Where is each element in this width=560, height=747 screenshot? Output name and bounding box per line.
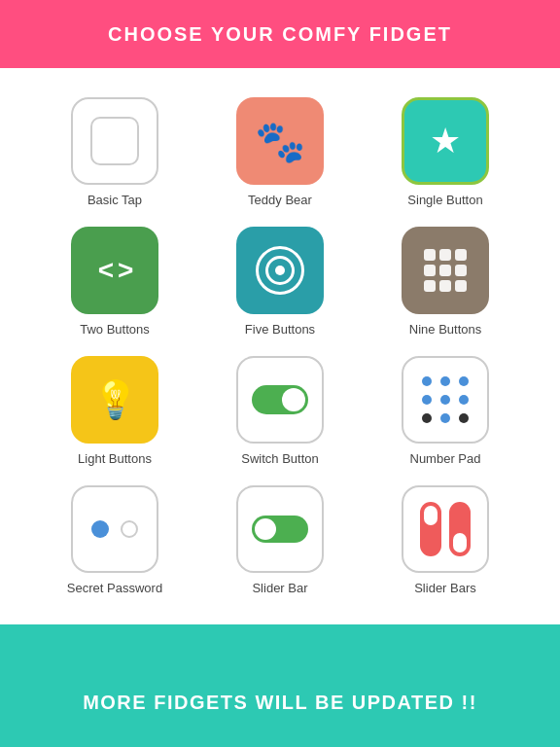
main-content: Basic Tap 🐾 Teddy Bear ★ Single Button <… <box>0 68 560 624</box>
grid-item-nine-buttons[interactable]: Nine Buttons <box>368 227 523 337</box>
icon-slider-bars <box>402 485 489 573</box>
numpad-dot <box>440 395 450 405</box>
nine-dot <box>439 249 451 261</box>
label-slider-bars: Slider Bars <box>414 581 476 595</box>
label-switch-button: Switch Button <box>241 451 319 466</box>
target-icon <box>256 246 304 295</box>
secret-dot-filled <box>91 520 109 538</box>
nine-dot <box>455 249 467 261</box>
toggle-icon <box>252 385 308 414</box>
v-slider-knob-left <box>424 506 438 525</box>
numpad-dot <box>422 376 432 386</box>
nine-grid-icon <box>424 249 467 292</box>
v-slider-knob-right <box>453 533 467 552</box>
v-slider-right <box>449 502 471 556</box>
toggle-knob-icon <box>282 388 305 411</box>
code-brackets-icon: < > <box>98 255 131 286</box>
nine-dot <box>424 280 436 292</box>
bulb-icon: 💡 <box>92 378 138 421</box>
numpad-dot <box>459 376 469 386</box>
grid-item-slider-bar[interactable]: Slider Bar <box>202 485 358 595</box>
icon-secret-password <box>71 485 158 573</box>
label-slider-bar: Slider Bar <box>252 581 307 595</box>
numpad-dot <box>422 413 432 423</box>
grid-item-basic-tap[interactable]: Basic Tap <box>37 97 192 207</box>
icon-switch-button <box>236 356 324 444</box>
icon-light-buttons: 💡 <box>71 356 158 444</box>
slider-bar-icon <box>252 516 308 543</box>
numpad-dot <box>440 376 450 386</box>
grid-item-light-buttons[interactable]: 💡 Light Buttons <box>37 356 192 466</box>
icon-basic-tap <box>71 97 158 185</box>
label-teddy-bear: Teddy Bear <box>248 193 312 207</box>
nine-dot <box>455 265 467 276</box>
fidget-grid: Basic Tap 🐾 Teddy Bear ★ Single Button <… <box>37 97 523 595</box>
secret-dots-icon <box>91 520 138 538</box>
grid-item-number-pad[interactable]: Number Pad <box>368 356 523 466</box>
label-basic-tap: Basic Tap <box>88 193 142 207</box>
grid-item-switch-button[interactable]: Switch Button <box>202 356 358 466</box>
icon-five-buttons <box>236 227 324 314</box>
numpad-dot <box>459 395 469 405</box>
target-dot <box>275 266 285 275</box>
icon-slider-bar <box>236 485 324 573</box>
icon-number-pad <box>402 356 489 444</box>
grid-item-slider-bars[interactable]: Slider Bars <box>368 485 523 595</box>
icon-two-buttons: < > <box>71 227 158 314</box>
grid-item-single-button[interactable]: ★ Single Button <box>368 97 523 207</box>
secret-dot-empty <box>121 520 138 538</box>
numpad-icon <box>421 375 470 424</box>
slider-bars-icon <box>420 502 471 556</box>
label-nine-buttons: Nine Buttons <box>409 322 481 337</box>
numpad-dot <box>440 413 450 423</box>
label-light-buttons: Light Buttons <box>78 451 152 466</box>
label-number-pad: Number Pad <box>410 451 481 466</box>
grid-item-five-buttons[interactable]: Five Buttons <box>202 227 358 337</box>
grid-item-secret-password[interactable]: Secret Password <box>37 485 192 595</box>
label-single-button: Single Button <box>407 193 482 207</box>
footer: MORE FIDGETS WILL BE UPDATED !! <box>0 624 560 747</box>
nine-dot <box>424 249 436 261</box>
nine-dot <box>439 265 451 276</box>
icon-nine-buttons <box>402 227 489 314</box>
grid-item-two-buttons[interactable]: < > Two Buttons <box>37 227 192 337</box>
v-slider-left <box>420 502 441 556</box>
label-two-buttons: Two Buttons <box>80 322 150 337</box>
footer-text: MORE FIDGETS WILL BE UPDATED !! <box>83 692 477 714</box>
icon-single-button: ★ <box>402 97 489 185</box>
header: CHOOSE YOUR COMFY FIDGET <box>0 0 560 68</box>
label-secret-password: Secret Password <box>67 581 162 595</box>
slider-bar-knob-icon <box>255 518 276 540</box>
paw-icon: 🐾 <box>255 118 305 165</box>
icon-teddy-bear: 🐾 <box>236 97 324 185</box>
label-five-buttons: Five Buttons <box>245 322 315 337</box>
nine-dot <box>455 280 467 292</box>
nine-dot <box>439 280 451 292</box>
numpad-dot <box>459 413 469 423</box>
target-inner <box>265 256 295 285</box>
basic-tap-inner-icon <box>90 117 139 165</box>
header-title: CHOOSE YOUR COMFY FIDGET <box>108 23 452 46</box>
star-icon: ★ <box>430 121 461 161</box>
numpad-dot <box>422 395 432 405</box>
nine-dot <box>424 265 436 276</box>
grid-item-teddy-bear[interactable]: 🐾 Teddy Bear <box>202 97 358 207</box>
